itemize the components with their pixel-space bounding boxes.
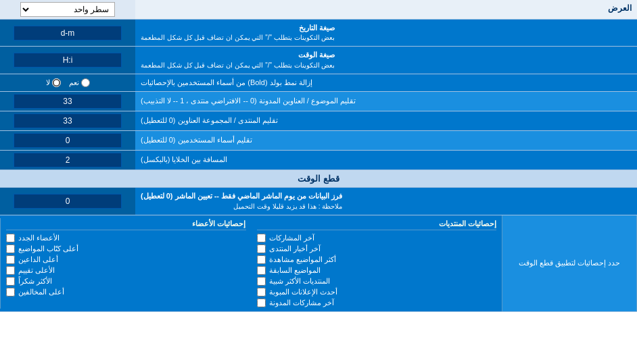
date-format-input-cell[interactable]: d-m <box>0 20 135 46</box>
checkboxes-section: حدد إحصائيات لتطبيق قطع الوقت إحصائيات ا… <box>0 215 637 312</box>
cutoff-note-text: ملاحظة : هذا قد يزيد قليلا وقت التحميل <box>141 202 342 211</box>
checkbox-new-members-label: الأعضاء الجدد <box>18 234 60 242</box>
checkbox-most-viewed-label: أكثر المواضيع مشاهدة <box>269 255 336 264</box>
date-format-desc: بعض التكوينات يتطلب "/" التي يمكن ان تضا… <box>141 33 335 43</box>
checkbox-top-rated[interactable]: الأعلى تقييم <box>6 266 246 275</box>
time-format-label: صيغة الوقت بعض التكوينات يتطلب "/" التي … <box>135 47 637 73</box>
date-format-label: صيغة التاريخ بعض التكوينات يتطلب "/" الت… <box>135 20 637 46</box>
time-format-input-cell[interactable]: H:i <box>0 47 135 73</box>
checkbox-top-callers-input[interactable] <box>6 255 15 264</box>
username-trim-label: تقليم أسماء المستخدمين (0 للتعطيل) <box>135 131 637 150</box>
bold-remove-radio-cell[interactable]: نعم لا <box>0 74 135 91</box>
checkbox-new-members-input[interactable] <box>6 234 15 242</box>
cutoff-main-text: فرز البيانات من يوم الماشر الماضي فقط --… <box>141 191 342 201</box>
checkbox-top-topic-writers-label: أعلى كتّاب المواضيع <box>18 244 78 253</box>
time-format-row: صيغة الوقت بعض التكوينات يتطلب "/" التي … <box>0 47 637 74</box>
date-format-row: صيغة التاريخ بعض التكوينات يتطلب "/" الت… <box>0 20 637 47</box>
forum-trim-text: تقليم المنتدى / المجموعة العناوين (0 للت… <box>141 115 278 126</box>
cutoff-label: فرز البيانات من يوم الماشر الماضي فقط --… <box>135 188 637 214</box>
cutoff-input-cell[interactable]: 0 <box>0 188 135 214</box>
cell-spacing-input-cell[interactable]: 2 <box>0 151 135 170</box>
checkbox-most-thankful-label: الأكثر شكراً <box>18 277 52 286</box>
checkbox-most-thankful-input[interactable] <box>6 277 15 286</box>
checkbox-new-members[interactable]: الأعضاء الجدد <box>6 234 246 242</box>
radio-yes-label[interactable]: نعم <box>69 78 90 87</box>
checkbox-latest-posts[interactable]: آخر المشاركات <box>257 234 497 242</box>
forum-trim-input[interactable]: 33 <box>14 113 122 128</box>
checkbox-top-callers-label: أعلى الداعين <box>18 255 58 264</box>
cell-spacing-input[interactable]: 2 <box>14 153 122 167</box>
checkbox-most-viewed-input[interactable] <box>257 255 266 264</box>
cell-spacing-text: المسافة بين الخلايا (بالبكسل) <box>141 155 228 165</box>
forum-trim-label: تقليم المنتدى / المجموعة العناوين (0 للت… <box>135 111 637 130</box>
cell-spacing-row: المسافة بين الخلايا (بالبكسل) 2 <box>0 151 637 170</box>
topic-trim-label: تقليم الموضوع / العناوين المدونة (0 -- ا… <box>135 92 637 111</box>
checkbox-top-violators-label: أعلى المخالفين <box>18 288 64 296</box>
bold-remove-text: إزالة نمط بولد (Bold) من أسماء المستخدمي… <box>141 78 312 88</box>
bold-remove-label: إزالة نمط بولد (Bold) من أسماء المستخدمي… <box>135 74 637 91</box>
forum-stats-header: إحصائيات المنتديات <box>257 219 497 230</box>
checkbox-latest-classifieds[interactable]: أحدث الإعلانات المبوبة <box>257 288 497 296</box>
checkbox-similar-forums[interactable]: المنتديات الأكثر شبية <box>257 277 497 286</box>
date-format-input[interactable]: d-m <box>14 26 122 41</box>
member-stats-col: إحصائيات الأعضاء الأعضاء الجدد أعلى كتّا… <box>0 218 252 309</box>
checkbox-similar-forums-input[interactable] <box>257 277 266 286</box>
checkbox-most-thankful[interactable]: الأكثر شكراً <box>6 277 246 286</box>
checkbox-latest-classifieds-label: أحدث الإعلانات المبوبة <box>269 288 337 296</box>
checkbox-latest-posts-label: آخر المشاركات <box>269 234 314 242</box>
cutoff-row: فرز البيانات من يوم الماشر الماضي فقط --… <box>0 188 637 215</box>
radio-yes[interactable] <box>81 78 90 87</box>
username-trim-text: تقليم أسماء المستخدمين (0 للتعطيل) <box>141 135 252 145</box>
checkbox-top-violators[interactable]: أعلى المخالفين <box>6 288 246 296</box>
topic-trim-input[interactable]: 33 <box>14 94 122 109</box>
checkbox-prev-topics[interactable]: المواضيع السابقة <box>257 266 497 275</box>
time-format-title: صيغة الوقت <box>141 50 335 60</box>
checkbox-forum-news-input[interactable] <box>257 244 266 253</box>
checkbox-top-topic-writers[interactable]: أعلى كتّاب المواضيع <box>6 244 246 253</box>
topic-trim-row: تقليم الموضوع / العناوين المدونة (0 -- ا… <box>0 92 637 111</box>
cell-spacing-label: المسافة بين الخلايا (بالبكسل) <box>135 151 637 170</box>
checkbox-latest-posts-input[interactable] <box>257 234 266 242</box>
header-row: العرض سطر واحد سطرين ثلاثة أسطر <box>0 0 637 20</box>
time-format-input[interactable]: H:i <box>14 53 122 68</box>
topic-trim-input-cell[interactable]: 33 <box>0 92 135 111</box>
display-select[interactable]: سطر واحد سطرين ثلاثة أسطر <box>20 2 115 17</box>
bold-remove-row: إزالة نمط بولد (Bold) من أسماء المستخدمي… <box>0 74 637 92</box>
forum-stats-col: إحصائيات المنتديات آخر المشاركات آخر أخب… <box>252 218 502 309</box>
checkbox-forum-news-label: آخر أخبار المنتدى <box>269 244 321 253</box>
checkbox-top-callers[interactable]: أعلى الداعين <box>6 255 246 264</box>
checkbox-latest-classifieds-input[interactable] <box>257 288 266 296</box>
radio-no[interactable] <box>52 78 61 87</box>
checkbox-prev-topics-label: المواضيع السابقة <box>269 266 321 275</box>
member-stats-header: إحصائيات الأعضاء <box>6 219 246 230</box>
checkbox-blog-posts-label: آخر مشاركات المدونة <box>269 298 334 307</box>
cutoff-section-header: قطع الوقت <box>0 170 637 188</box>
topic-trim-text: تقليم الموضوع / العناوين المدونة (0 -- ا… <box>141 96 356 106</box>
username-trim-input[interactable]: 0 <box>14 133 122 148</box>
forum-trim-input-cell[interactable]: 33 <box>0 111 135 130</box>
date-format-title: صيغة التاريخ <box>141 23 335 33</box>
forum-trim-row: تقليم المنتدى / المجموعة العناوين (0 للت… <box>0 111 637 131</box>
checkbox-blog-posts-input[interactable] <box>257 298 266 307</box>
checkbox-top-rated-input[interactable] <box>6 266 15 275</box>
header-select-cell[interactable]: سطر واحد سطرين ثلاثة أسطر <box>0 0 135 19</box>
radio-yes-text: نعم <box>69 78 79 87</box>
apply-cutoff-label: حدد إحصائيات لتطبيق قطع الوقت <box>502 215 637 311</box>
time-format-desc: بعض التكوينات يتطلب "/" التي يمكن ان تضا… <box>141 61 335 70</box>
username-trim-row: تقليم أسماء المستخدمين (0 للتعطيل) 0 <box>0 131 637 151</box>
checkbox-top-topic-writers-input[interactable] <box>6 244 15 253</box>
radio-no-label[interactable]: لا <box>46 78 61 87</box>
header-label: العرض <box>135 0 637 19</box>
radio-no-text: لا <box>46 78 50 87</box>
checkbox-forum-news[interactable]: آخر أخبار المنتدى <box>257 244 497 253</box>
checkbox-most-viewed[interactable]: أكثر المواضيع مشاهدة <box>257 255 497 264</box>
checkbox-prev-topics-input[interactable] <box>257 266 266 275</box>
cutoff-input[interactable]: 0 <box>14 194 122 209</box>
checkbox-blog-posts[interactable]: آخر مشاركات المدونة <box>257 298 497 307</box>
checkboxes-content: إحصائيات المنتديات آخر المشاركات آخر أخب… <box>0 215 502 311</box>
checkbox-top-rated-label: الأعلى تقييم <box>18 266 55 275</box>
username-trim-input-cell[interactable]: 0 <box>0 131 135 150</box>
checkbox-top-violators-input[interactable] <box>6 288 15 296</box>
checkbox-similar-forums-label: المنتديات الأكثر شبية <box>269 277 330 286</box>
